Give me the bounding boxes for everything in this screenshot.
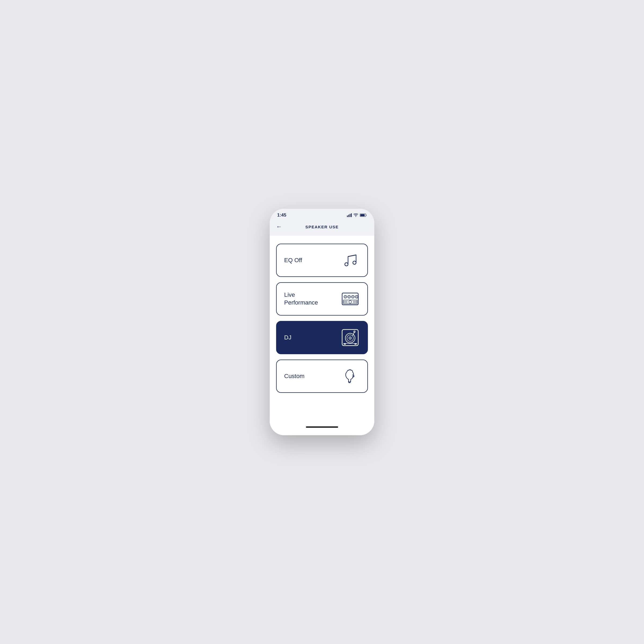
signal-bars-icon	[347, 213, 352, 217]
option-card-live-performance[interactable]: Live Performance	[276, 282, 368, 316]
amplifier-icon	[341, 289, 360, 309]
option-label-eq-off: EQ Off	[284, 257, 302, 264]
status-time: 1:45	[277, 213, 286, 218]
music-note-icon	[341, 251, 360, 270]
svg-point-4	[356, 216, 356, 217]
svg-rect-36	[354, 343, 357, 345]
nav-header: ← SPEAKER USE	[270, 220, 374, 236]
option-label-live-performance: Live Performance	[284, 291, 318, 306]
svg-point-16	[349, 297, 350, 297]
battery-icon	[360, 213, 367, 217]
main-content: EQ Off Live Performance	[270, 236, 374, 422]
svg-point-15	[345, 297, 346, 297]
svg-rect-0	[347, 215, 348, 217]
svg-point-31	[350, 338, 351, 339]
nav-title: SPEAKER USE	[305, 225, 339, 229]
custom-head-icon	[341, 367, 360, 386]
svg-line-7	[348, 255, 356, 257]
status-icons	[347, 213, 367, 217]
option-card-dj[interactable]: DJ	[276, 321, 368, 354]
home-bar	[306, 426, 338, 428]
phone-frame: 1:45	[270, 209, 374, 435]
home-indicator	[270, 422, 374, 435]
svg-rect-2	[350, 214, 350, 217]
svg-point-20	[349, 301, 352, 303]
wifi-icon	[353, 213, 358, 217]
option-label-dj: DJ	[284, 334, 291, 342]
svg-rect-35	[344, 343, 346, 345]
svg-point-9	[353, 261, 356, 264]
svg-point-17	[353, 297, 353, 297]
svg-rect-6	[360, 214, 365, 216]
option-label-custom: Custom	[284, 372, 305, 380]
turntable-icon	[341, 328, 360, 347]
option-card-eq-off[interactable]: EQ Off	[276, 244, 368, 277]
svg-point-8	[345, 263, 348, 266]
status-bar: 1:45	[270, 209, 374, 220]
svg-rect-3	[351, 213, 352, 217]
option-card-custom[interactable]: Custom	[276, 360, 368, 393]
svg-rect-1	[348, 215, 349, 217]
svg-point-18	[356, 297, 357, 297]
back-button[interactable]: ←	[276, 223, 284, 231]
